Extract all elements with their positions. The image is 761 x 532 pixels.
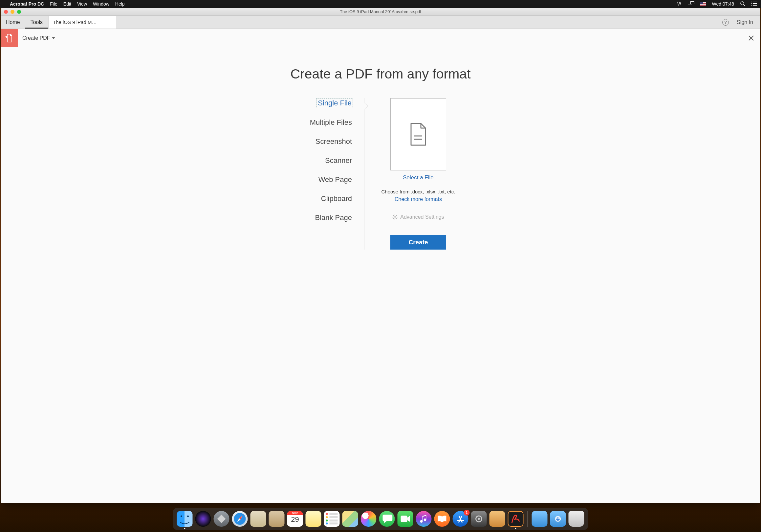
tab-document[interactable]: The iOS 9 iPad M… (49, 16, 116, 29)
svg-marker-30 (407, 516, 410, 522)
menubar-item-window[interactable]: Window (93, 1, 109, 7)
spotlight-icon[interactable] (740, 1, 745, 7)
menubar-item-edit[interactable]: Edit (63, 1, 71, 7)
advanced-settings-label: Advanced Settings (400, 214, 444, 220)
source-screenshot[interactable]: Screenshot (315, 137, 353, 146)
svg-rect-9 (753, 5, 757, 6)
dock-app-system-preferences[interactable] (471, 511, 487, 527)
dock-app-messages[interactable] (379, 511, 395, 527)
main-panel: Create a PDF from any format Single File… (1, 47, 760, 503)
window-close-button[interactable] (4, 10, 8, 14)
menubar-app-name[interactable]: Acrobat Pro DC (10, 1, 44, 7)
create-button[interactable]: Create (390, 235, 446, 250)
svg-rect-5 (753, 2, 757, 2)
dock-app-facetime[interactable] (398, 511, 413, 527)
dock-app-appstore[interactable]: 1 (453, 511, 468, 527)
svg-line-22 (396, 215, 397, 216)
app-window: The iOS 9 iPad Manual 2016 avxhm.se.pdf … (1, 8, 760, 503)
dock-app-reminders[interactable] (324, 511, 340, 527)
svg-rect-7 (753, 3, 757, 4)
advanced-settings-button[interactable]: Advanced Settings (392, 214, 444, 220)
help-icon[interactable]: ? (722, 19, 729, 26)
titlebar: The iOS 9 iPad Manual 2016 avxhm.se.pdf (1, 8, 760, 16)
file-types-hint: Choose from .docx, .xlsx, .txt, etc. (381, 189, 455, 195)
dock-app-finder[interactable] (177, 511, 193, 527)
source-web-page[interactable]: Web Page (318, 175, 353, 184)
dock-separator (528, 511, 528, 527)
appstore-badge: 1 (464, 510, 470, 515)
svg-point-24 (181, 515, 182, 517)
window-zoom-button[interactable] (17, 10, 21, 14)
dock-app-safari[interactable] (232, 511, 248, 527)
check-more-formats-link[interactable]: Check more formats (395, 196, 442, 202)
dock-app-itunes[interactable] (416, 511, 432, 527)
file-dropzone[interactable] (390, 98, 446, 170)
dock-app-ibooks[interactable] (434, 511, 450, 527)
dock-app-calendar[interactable]: NOV 29 (287, 511, 303, 527)
svg-rect-29 (401, 515, 407, 522)
input-source-flag-icon[interactable] (700, 2, 706, 6)
tab-home[interactable]: Home (1, 16, 25, 29)
dock-app-photos[interactable] (361, 511, 377, 527)
window-minimize-button[interactable] (11, 10, 15, 14)
document-icon (408, 122, 428, 147)
dock-app-siri[interactable] (195, 511, 211, 527)
create-pdf-dropdown[interactable]: Create PDF (18, 29, 60, 47)
dock: NOV 29 1 (173, 508, 588, 530)
selection-arrow-icon (364, 103, 368, 109)
svg-point-25 (187, 515, 189, 517)
dropdown-caret-icon (52, 37, 55, 39)
menubar-item-help[interactable]: Help (115, 1, 125, 7)
svg-line-23 (393, 218, 394, 219)
svg-rect-1 (690, 1, 694, 4)
dock-app-acrobat[interactable] (508, 511, 524, 527)
menubar-clock[interactable]: Wed 07:48 (712, 1, 734, 7)
select-file-link[interactable]: Select a File (403, 174, 434, 181)
dock-trash[interactable] (569, 511, 584, 527)
dock-app-contacts[interactable] (269, 511, 285, 527)
source-single-file[interactable]: Single File (317, 98, 353, 108)
svg-line-21 (396, 218, 397, 219)
svg-point-2 (741, 2, 744, 5)
sign-in-link[interactable]: Sign In (737, 19, 753, 25)
source-multiple-files[interactable]: Multiple Files (309, 118, 353, 127)
dock-folder-1[interactable] (532, 511, 548, 527)
calendar-day-label: 29 (291, 515, 299, 524)
svg-line-3 (744, 5, 745, 6)
source-scanner[interactable]: Scanner (324, 156, 353, 165)
dock-app-maps[interactable] (342, 511, 358, 527)
window-title: The iOS 9 iPad Manual 2016 avxhm.se.pdf (1, 9, 760, 14)
menu-list-icon[interactable] (751, 1, 757, 7)
page-heading: Create a PDF from any format (290, 66, 470, 82)
svg-point-6 (751, 3, 752, 4)
dock-app-launchpad[interactable] (214, 511, 229, 527)
create-pdf-label: Create PDF (22, 35, 50, 41)
menubar-item-view[interactable]: View (77, 1, 87, 7)
source-list: Single File Multiple Files Screenshot Sc… (301, 98, 364, 250)
mac-menubar: Acrobat Pro DC File Edit View Window Hel… (0, 0, 761, 8)
gear-icon (392, 214, 398, 220)
svg-point-8 (751, 5, 752, 6)
svg-point-15 (394, 216, 396, 218)
tab-tools[interactable]: Tools (25, 16, 48, 29)
source-blank-page[interactable]: Blank Page (314, 213, 353, 222)
source-clipboard[interactable]: Clipboard (320, 194, 353, 203)
dock-app-notes[interactable] (306, 511, 322, 527)
menubar-item-file[interactable]: File (50, 1, 57, 7)
tool-row: Create PDF (1, 29, 760, 47)
svg-point-35 (478, 518, 480, 520)
tab-bar: Home Tools The iOS 9 iPad M… ? Sign In (1, 16, 760, 29)
create-pdf-tool-icon (1, 29, 18, 47)
displays-icon[interactable] (688, 1, 694, 7)
svg-point-4 (751, 1, 752, 2)
dock-folder-downloads[interactable] (550, 511, 566, 527)
script-menu-icon[interactable] (676, 1, 682, 7)
close-tool-button[interactable] (742, 29, 760, 47)
svg-line-20 (393, 215, 394, 216)
dock-app-mail[interactable] (251, 511, 266, 527)
dock-app-generic-tool[interactable] (490, 511, 505, 527)
calendar-month-label: NOV (287, 511, 303, 515)
